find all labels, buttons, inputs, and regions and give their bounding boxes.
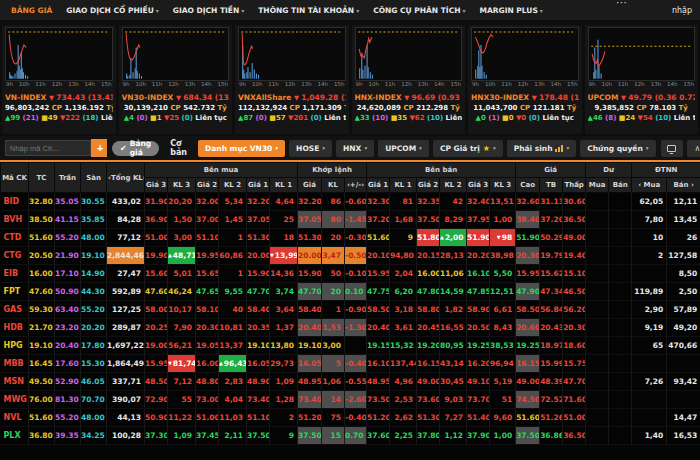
sub-header-kl-2[interactable]: KL 2 <box>440 178 467 193</box>
col-header-tnn[interactable]: ĐTNN <box>632 163 700 178</box>
ticker-cell[interactable]: BID <box>1 193 29 211</box>
ticker-cell[interactable]: EIB <box>1 265 29 283</box>
match-price-cell: 20.40 <box>298 319 322 337</box>
ask-price-3-cell: 51.40 <box>467 409 490 427</box>
sub-header-cao[interactable]: Cao <box>516 178 540 193</box>
filter-button-danh-muc-vn30[interactable]: Danh mục VN30▾ <box>198 140 285 157</box>
sub-header-gia-1[interactable]: Giá 1 <box>367 178 390 193</box>
index-panel-vnxallshare[interactable]: 9h10h11h12h13h14h15hVNXAllShare ▼ 1,049.… <box>235 25 349 134</box>
nav-item-margin-plus[interactable]: MARGIN PLUS▾ <box>472 6 549 15</box>
index-panel-vn30-index[interactable]: 9h10h11h12h13h14h15hVN30-INDEX ▼ 684.34 … <box>119 25 233 134</box>
col-header-tong-kl[interactable]: ‹Tổng KL› <box>107 163 145 193</box>
time-tick: 9h <box>356 81 363 90</box>
sub-header-[interactable]: ‹+/-› <box>345 178 367 193</box>
filter-button-chung-quyen[interactable]: Chứng quyền▾ <box>580 140 655 157</box>
sub-header-kl-2[interactable]: KL 2 <box>219 178 247 193</box>
time-tick: 9h <box>472 81 479 90</box>
filter-button-phai-sinh[interactable]: Phái sinh▾ <box>507 140 577 157</box>
symbol-search-input[interactable] <box>5 140 91 156</box>
foreign-buy-cell: 7,80 <box>632 211 667 229</box>
ticker-cell[interactable]: CTD <box>1 229 29 247</box>
ticker-cell[interactable]: HPG <box>1 337 29 355</box>
col-header-du[interactable]: Dư <box>586 163 632 178</box>
toolbar: + ✔ Bảng giá Cơ bản Danh mục VN30▾HOSE▾H… <box>0 136 700 162</box>
bid-price-1-cell: 37.05 <box>247 211 270 229</box>
ticker-cell[interactable]: MBB <box>1 355 29 373</box>
sub-header-gia-2[interactable]: Giá 2 <box>417 178 440 193</box>
ask-price-2-cell: 16.00 <box>417 265 440 283</box>
col-header-gia[interactable]: Giá <box>516 163 586 178</box>
sub-header-mua[interactable]: Mua <box>586 178 609 193</box>
sub-header-thap[interactable]: Thấp <box>563 178 586 193</box>
sub-header-kl-1[interactable]: KL 1 <box>270 178 298 193</box>
index-panel-upcom[interactable]: 9h10h11h12h13h14h15hUPCOM ▼ 49.79 (0.36 … <box>585 25 699 134</box>
floor-price-cell: 17.80 <box>81 337 107 355</box>
sub-header-gia[interactable]: Giá <box>298 178 322 193</box>
nav-item-cong-cu-phan-tich[interactable]: CÔNG CỤ PHÂN TÍCH▾ <box>366 6 472 15</box>
foreign-sell-cell: 26 <box>667 229 700 247</box>
index-panel-hnx30-index[interactable]: 9h10h11h12h13h14h15hHNX30-INDEX ▼ 178.48… <box>468 25 582 134</box>
high-price-cell: 15.95 <box>516 265 540 283</box>
nav-item-giao-dich-tien[interactable]: GIAO DỊCH TIỀN▾ <box>166 6 251 15</box>
sub-header-tb[interactable]: TB <box>540 178 563 193</box>
sub-header-gia-3[interactable]: Giá 3 <box>145 178 168 193</box>
ticker-cell[interactable]: MSN <box>1 373 29 391</box>
ticker-cell[interactable]: GAS <box>1 301 29 319</box>
filter-button-hose[interactable]: HOSE▾ <box>289 140 332 157</box>
filter-button-hnx[interactable]: HNX▾ <box>336 140 374 157</box>
add-symbol-button[interactable]: + <box>91 139 107 157</box>
sub-header-gia-3[interactable]: Giá 3 <box>467 178 490 193</box>
arrow-up-icon: ▲ <box>219 360 223 366</box>
ticker-cell[interactable]: HDB <box>1 319 29 337</box>
filter-button-upcom[interactable]: UPCOM▾ <box>378 140 429 157</box>
sub-header-kl[interactable]: KL <box>322 178 345 193</box>
filter-button-label: HNX <box>343 144 361 153</box>
sub-header-kl-1[interactable]: KL 1 <box>390 178 417 193</box>
high-price-cell: 58.50 <box>516 301 540 319</box>
time-tick: 12h <box>634 81 644 90</box>
ticker-cell[interactable]: BVH <box>1 211 29 229</box>
foreign-sell-cell <box>667 391 700 409</box>
nav-extra-label[interactable]: nhập <box>672 6 692 15</box>
sub-header-ban[interactable]: Bán › <box>667 178 700 193</box>
index-panel-vn-index[interactable]: 9h10h11h12h13h14h15hVN-INDEX ▼ 734.43 (1… <box>2 25 116 134</box>
ask-vol-2-cell: 14,59 <box>440 283 467 301</box>
ticker-cell[interactable]: MWG <box>1 391 29 409</box>
market-breadth: ▲33 (10) ■35 ▼62 (10) Liên tục <box>355 114 463 122</box>
overflow-dots-icon[interactable]: ⋯ <box>616 0 628 9</box>
nav-item-giao-dich-co-phieu[interactable]: GIAO DỊCH CỔ PHIẾU▾ <box>59 6 165 15</box>
filter-button-cp-gia-tri[interactable]: CP Giá trị★▾ <box>433 140 503 157</box>
col-header-ben-mua[interactable]: Bên mua <box>145 163 298 178</box>
nav-item-bang-gia[interactable]: BẢNG GIÁ <box>4 6 59 15</box>
low-price-cell: 15.75 <box>563 355 586 373</box>
sub-header-gia-1[interactable]: Giá 1 <box>247 178 270 193</box>
match-change-cell: -2.60 <box>345 391 367 409</box>
col-header-tc[interactable]: TC <box>29 163 55 193</box>
col-header-tran[interactable]: Trần <box>55 163 81 193</box>
sub-header-ban[interactable]: Bán <box>609 178 632 193</box>
ticker-cell[interactable]: FPT <box>1 283 29 301</box>
sub-header-mua[interactable]: ‹ Mua <box>632 178 667 193</box>
sub-header-gia-2[interactable]: Giá 2 <box>196 178 219 193</box>
ticker-cell[interactable]: CTG <box>1 247 29 265</box>
col-header-khop-lenh[interactable]: Khớp lệnh <box>298 163 367 178</box>
bid-vol-2-cell: 40 <box>219 301 247 319</box>
sub-header-kl-3[interactable]: KL 3 <box>490 178 516 193</box>
col-header-ma-ck[interactable]: Mã CK <box>1 163 29 193</box>
ticker-cell[interactable]: PLX <box>1 427 29 445</box>
basic-view-label[interactable]: Cơ bản <box>164 139 193 157</box>
cp-unit: CP <box>170 104 183 112</box>
index-panel-hnx-index[interactable]: 9h10h11h12h13h14h15hHNX-INDEX ▼ 96.69 (0… <box>352 25 466 134</box>
collapse-panels-button[interactable]: ∧ <box>687 140 700 157</box>
sub-header-kl-3[interactable]: KL 3 <box>168 178 196 193</box>
ceiling-price-cell: 52.90 <box>55 373 81 391</box>
display-settings-button[interactable] <box>661 140 683 157</box>
ask-vol-1-cell: 3,61 <box>390 319 417 337</box>
high-price-cell: 51.60 <box>516 409 540 427</box>
col-header-san[interactable]: Sàn <box>81 163 107 193</box>
time-tick: 10h <box>601 81 611 90</box>
board-view-toggle[interactable]: ✔ Bảng giá <box>112 141 159 156</box>
nav-item-thong-tin-tai-khoan[interactable]: THÔNG TIN TÀI KHOẢN▾ <box>251 6 366 15</box>
col-header-ben-ban[interactable]: Bên bán <box>367 163 516 178</box>
ticker-cell[interactable]: NVL <box>1 409 29 427</box>
